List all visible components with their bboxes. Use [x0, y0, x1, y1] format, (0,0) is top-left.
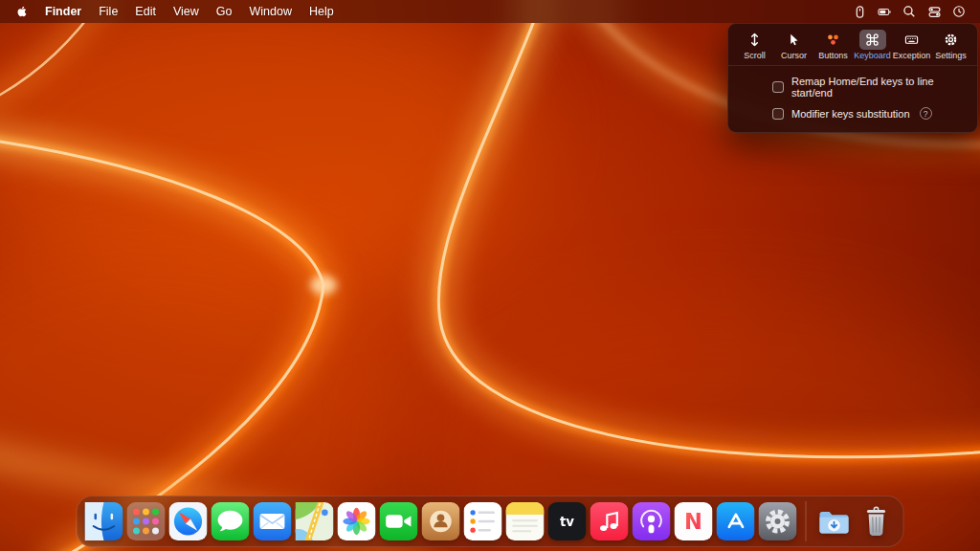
downloads-folder-icon	[815, 502, 854, 540]
tab-label: Cursor	[781, 51, 807, 60]
tab-label: Keyboard	[854, 51, 891, 60]
finder-icon	[85, 502, 123, 540]
dock-item-mail[interactable]	[254, 502, 292, 540]
dock-item-finder[interactable]	[85, 502, 123, 540]
dock-item-system-settings[interactable]	[759, 502, 797, 540]
menu-bar-left: Finder File Edit View Go Window Help	[10, 0, 343, 23]
maps-icon	[296, 502, 334, 540]
news-icon: N	[675, 502, 713, 540]
system-settings-icon	[759, 502, 797, 540]
help-icon[interactable]: ?	[920, 107, 932, 120]
dock-separator	[806, 501, 807, 541]
dock-item-maps[interactable]	[296, 502, 334, 540]
menu-file[interactable]: File	[90, 0, 126, 23]
apple-menu[interactable]	[10, 5, 36, 18]
safari-icon	[169, 502, 208, 540]
modifier-substitution-checkbox[interactable]	[772, 108, 784, 120]
tab-keyboard[interactable]: Keyboard	[853, 30, 892, 60]
menu-bar-status	[848, 0, 970, 23]
dock-item-launchpad[interactable]	[127, 502, 166, 540]
dock-item-trash[interactable]	[858, 502, 896, 540]
checkbox-label: Remap Home/End keys to line start/end	[791, 76, 968, 99]
dock-item-app-store[interactable]	[717, 502, 755, 540]
popover-options: Remap Home/End keys to line start/end Mo…	[728, 66, 977, 132]
music-icon	[590, 502, 629, 540]
remap-home-end-row[interactable]: Remap Home/End keys to line start/end	[772, 76, 968, 99]
command-icon	[859, 30, 886, 50]
tab-label: Scroll	[744, 51, 766, 60]
tab-cursor[interactable]: Cursor	[774, 30, 813, 60]
scroll-icon	[742, 30, 768, 50]
dock-item-contacts[interactable]	[422, 502, 460, 540]
app-store-icon	[717, 502, 755, 540]
menu-finder[interactable]: Finder	[36, 0, 90, 23]
tab-buttons[interactable]: Buttons	[813, 30, 853, 60]
search-icon[interactable]	[898, 0, 921, 23]
photos-icon	[338, 502, 376, 540]
tab-exception[interactable]: Exception	[892, 30, 931, 60]
dock-item-safari[interactable]	[169, 502, 208, 540]
messages-icon	[212, 502, 250, 540]
dock-item-podcasts[interactable]	[633, 502, 671, 540]
mouse-buttons-icon	[820, 30, 847, 50]
dock-item-messages[interactable]	[212, 502, 250, 540]
menu-bar: Finder File Edit View Go Window Help	[0, 0, 980, 23]
svg-text:N: N	[684, 509, 702, 534]
dock-item-news[interactable]: N	[675, 502, 713, 540]
control-center-icon[interactable]	[923, 0, 946, 23]
cursor-icon	[781, 30, 808, 50]
contacts-icon	[422, 502, 460, 540]
clock-icon[interactable]	[947, 0, 970, 23]
tab-label: Settings	[935, 51, 967, 60]
dock-item-reminders[interactable]	[464, 502, 502, 540]
mail-icon	[254, 502, 292, 540]
trash-icon	[858, 502, 896, 540]
dock-item-downloads[interactable]	[815, 502, 854, 540]
tv-icon: tv	[548, 502, 587, 540]
facetime-icon	[380, 502, 418, 540]
dock-item-facetime[interactable]	[380, 502, 418, 540]
dock-item-music[interactable]	[590, 502, 629, 540]
remap-home-end-checkbox[interactable]	[772, 81, 784, 93]
apple-logo-icon	[15, 5, 29, 18]
tab-label: Exception	[893, 51, 931, 60]
svg-text:tv: tv	[560, 515, 574, 529]
tab-label: Buttons	[818, 51, 848, 60]
launchpad-icon	[127, 502, 166, 540]
tab-settings[interactable]: Settings	[931, 30, 970, 60]
checkbox-label: Modifier keys substitution	[791, 108, 910, 120]
menu-view[interactable]: View	[165, 0, 208, 23]
battery-icon[interactable]	[873, 0, 896, 23]
popover-tabs: Scroll Cursor Buttons	[728, 24, 977, 66]
podcasts-icon	[633, 502, 671, 540]
menu-help[interactable]: Help	[301, 0, 343, 23]
notes-icon	[506, 502, 545, 540]
mouse-settings-popover: Scroll Cursor Buttons	[727, 23, 978, 133]
dock-item-photos[interactable]	[338, 502, 376, 540]
modifier-substitution-row[interactable]: Modifier keys substitution ?	[772, 107, 968, 120]
tab-scroll[interactable]: Scroll	[735, 30, 774, 60]
dock-item-notes[interactable]	[506, 502, 545, 540]
menu-go[interactable]: Go	[208, 0, 241, 23]
gear-icon	[938, 30, 965, 50]
menu-window[interactable]: Window	[240, 0, 300, 23]
dock: tv N	[77, 496, 904, 547]
menu-edit[interactable]: Edit	[126, 0, 165, 23]
mouse-status-icon[interactable]	[848, 0, 871, 23]
reminders-icon	[464, 502, 502, 540]
keyboard-icon	[899, 30, 925, 50]
dock-item-tv[interactable]: tv	[548, 502, 587, 540]
